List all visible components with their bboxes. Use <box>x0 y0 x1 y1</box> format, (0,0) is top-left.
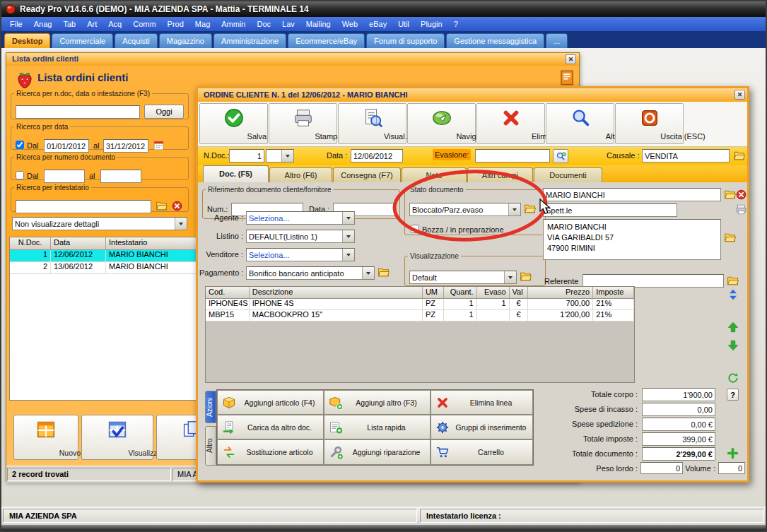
sostituzione-articolo-button[interactable]: Sostituzione articolo <box>217 439 324 464</box>
detail-view-dropdown[interactable]: Non visualizzare dettagli <box>12 217 187 230</box>
dialog-close-button[interactable]: ✕ <box>734 90 745 100</box>
totale-documento-input[interactable] <box>642 447 715 461</box>
aggiungi-articolo-button[interactable]: Aggiungi articolo (F4) <box>217 390 324 415</box>
salva-button[interactable]: Salva (F12) <box>199 103 268 144</box>
salutation-input[interactable] <box>543 203 677 217</box>
agente-dropdown[interactable]: Seleziona... <box>246 211 355 225</box>
col-prezzo[interactable]: Prezzo <box>528 287 593 299</box>
chevron-down-icon[interactable] <box>504 271 516 283</box>
chevron-down-icon[interactable] <box>342 230 354 242</box>
chevron-down-icon[interactable] <box>508 203 520 215</box>
tab-forum-di-supporto[interactable]: Forum di supporto <box>366 33 445 48</box>
refresh-icon[interactable] <box>727 372 739 384</box>
pagamento-folder-icon[interactable] <box>377 266 390 278</box>
data-input[interactable] <box>351 149 403 162</box>
menu-tab[interactable]: Tab <box>57 17 81 31</box>
nuovo-button[interactable]: Nuovo (F4) <box>13 415 78 460</box>
dialog-titlebar[interactable]: ORDINE CLIENTE N. 1 del 12/06/2012 - MAR… <box>198 88 747 102</box>
ndoc-series-dropdown[interactable] <box>266 149 294 162</box>
menu-util[interactable]: Util <box>392 17 415 31</box>
chevron-down-icon[interactable] <box>175 218 187 230</box>
menu-file[interactable]: File <box>4 17 28 31</box>
col-val[interactable]: Val <box>510 287 529 299</box>
referente-folder-icon[interactable] <box>727 275 739 287</box>
menu-anag[interactable]: Anag <box>28 17 58 31</box>
visualizza-button[interactable]: Visualizza (F2) <box>81 415 153 460</box>
customer-address-box[interactable]: MARIO BIANCHI VIA GARIBALDI 57 47900 RIM… <box>543 219 721 260</box>
ndoc-input[interactable] <box>229 149 264 162</box>
carrello-button[interactable]: Carrello <box>431 439 533 464</box>
listino-dropdown[interactable]: DEFAULT(Listino 1) <box>246 230 355 243</box>
menu-acq[interactable]: Acq <box>103 17 127 31</box>
stampa-button[interactable]: Stampa (F9) <box>269 103 337 144</box>
folder-lookup-icon[interactable] <box>156 200 168 212</box>
totale-corpo-input[interactable] <box>642 388 715 401</box>
causale-input[interactable] <box>642 149 730 162</box>
customer-name-input[interactable] <box>543 188 721 201</box>
menu-doc[interactable]: Doc <box>252 17 277 31</box>
num-to-input[interactable] <box>100 170 141 183</box>
move-row-up-icon[interactable] <box>727 321 739 333</box>
move-row-updown-icon[interactable] <box>727 288 739 301</box>
menu-art[interactable]: Art <box>81 17 103 31</box>
chevron-down-icon[interactable] <box>342 249 354 261</box>
col-evaso[interactable]: Evaso <box>477 287 510 299</box>
tab-doc-f5[interactable]: Doc. (F5) <box>203 165 269 182</box>
venditore-dropdown[interactable]: Seleziona... <box>246 248 355 261</box>
tab-documenti[interactable]: Documenti <box>534 167 602 182</box>
item-row[interactable]: IPHONE4S IPHONE 4S PZ 1 1 € 700,00 21% <box>206 299 634 310</box>
menu-lav[interactable]: Lav <box>276 17 300 31</box>
customer-folder-icon[interactable] <box>724 189 736 201</box>
oggi-button[interactable]: Oggi <box>144 105 184 119</box>
menu-comm[interactable]: Comm <box>127 17 161 31</box>
menu-mailing[interactable]: Mailing <box>300 17 336 31</box>
tab-consegna-f7[interactable]: Consegna (F7) <box>333 167 401 182</box>
stato-dropdown[interactable]: Bloccato/Parz.evaso <box>409 203 521 216</box>
lista-window-titlebar[interactable]: Lista ordini clienti ✕ <box>6 53 579 66</box>
window-titlebar[interactable]: Ready Pro V14.6.6 (DEMO) - MIA AZIENDA S… <box>1 1 766 17</box>
report-icon[interactable] <box>558 69 576 87</box>
col-cod[interactable]: Cod. <box>206 287 250 299</box>
col-ndoc[interactable]: N.Doc. <box>10 237 51 249</box>
chevron-down-icon[interactable] <box>342 212 354 224</box>
menu-web[interactable]: Web <box>336 17 363 31</box>
altro-button[interactable]: Altro <box>546 103 614 144</box>
col-data[interactable]: Data <box>51 237 106 249</box>
navigatore-button[interactable]: Navigatore <box>407 103 476 144</box>
date-to-input[interactable] <box>103 139 148 153</box>
items-table[interactable]: Cod. Descrizione UM Quant. Evaso Val Pre… <box>205 286 635 383</box>
tab-overflow[interactable]: ... <box>546 33 568 48</box>
spese-incasso-input[interactable] <box>642 403 715 416</box>
calendar-icon[interactable] <box>153 139 165 151</box>
tab-gestione-messaggistica[interactable]: Gestione messaggistica <box>446 33 544 48</box>
aggiungi-riparazione-button[interactable]: Aggiungi riparazione <box>324 439 431 464</box>
menu-prod[interactable]: Prod <box>162 17 189 31</box>
elimina-linea-button[interactable]: Elimina linea <box>431 390 533 415</box>
actions-tab-altro[interactable]: Altro <box>205 426 216 466</box>
date-dal-checkbox[interactable] <box>16 141 24 149</box>
causale-folder-icon[interactable] <box>733 150 745 162</box>
visualizzazione-dropdown[interactable]: Default <box>409 271 517 284</box>
actions-tab-azioni[interactable]: Azioni <box>205 391 216 423</box>
visual-button[interactable]: Visual. (F10) <box>338 103 406 144</box>
visualizzazione-folder-icon[interactable] <box>520 271 532 283</box>
clear-red-x-icon[interactable] <box>171 200 183 212</box>
lista-rapida-button[interactable]: Lista rapida <box>324 415 431 439</box>
totale-imposte-input[interactable] <box>642 432 715 446</box>
search-name-input[interactable] <box>16 200 151 213</box>
menu-ebay[interactable]: eBay <box>363 17 392 31</box>
tab-magazzino[interactable]: Magazzino <box>159 33 212 48</box>
spese-spedizione-input[interactable] <box>642 418 715 431</box>
help-question-button[interactable]: ? <box>727 389 739 401</box>
pagamento-dropdown[interactable]: Bonifico bancario anticipato <box>246 266 375 280</box>
address-folder-icon[interactable] <box>724 232 736 244</box>
print-label-icon[interactable] <box>735 203 747 215</box>
date-from-input[interactable] <box>44 139 89 153</box>
evasione-search-button[interactable] <box>553 149 568 163</box>
tab-note[interactable]: Note <box>402 167 467 182</box>
menu-mag[interactable]: Mag <box>189 17 216 31</box>
tab-commerciale[interactable]: Commerciale <box>52 33 113 48</box>
num-dal-checkbox[interactable] <box>16 171 24 179</box>
chevron-down-icon[interactable] <box>281 150 293 162</box>
carica-da-altro-doc-button[interactable]: Carica da altro doc. <box>217 415 324 439</box>
